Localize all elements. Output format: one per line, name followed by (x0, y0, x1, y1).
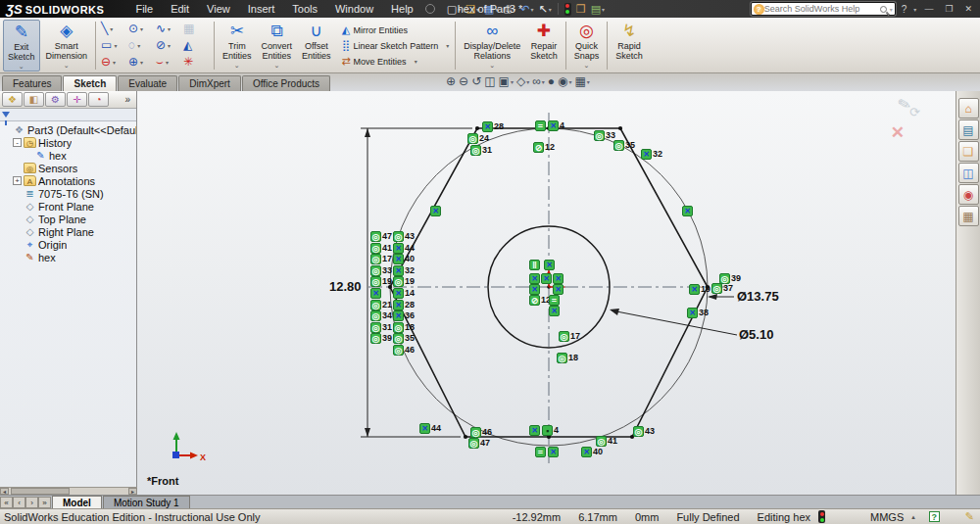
ellipse-dropdown-icon[interactable]: ▾ (168, 42, 171, 49)
zoom-to-area-button[interactable]: ⊖ (459, 74, 468, 88)
relation-marker[interactable]: ◎17 (559, 331, 580, 342)
filter-funnel-icon[interactable] (2, 112, 10, 118)
move-entities-button[interactable]: ⇄Move Entities▾ (339, 54, 450, 69)
confirm-arrow-icon[interactable]: ⟳ (909, 105, 920, 119)
search-box[interactable]: ? ▾ (751, 2, 896, 16)
sketch-edit-icon[interactable]: ✎ (965, 510, 974, 523)
relation-marker[interactable]: ◎46 (393, 345, 415, 356)
edit-appearance-button[interactable]: ● (548, 74, 555, 88)
relation-marker[interactable]: ✕36 (393, 310, 415, 321)
tab-motion-study-1[interactable]: Motion Study 1 (103, 496, 190, 508)
smart-dimension-button[interactable]: ◈SmartDimension⌄ (42, 20, 92, 71)
tree-expander-icon[interactable]: - (13, 138, 22, 147)
dimension-height-label[interactable]: 12.80 (329, 279, 362, 294)
tree-item-hex[interactable]: ✎hex (0, 251, 136, 263)
relation-marker[interactable]: = (535, 447, 546, 457)
trim-entities-dropdown-icon[interactable]: ⌄ (234, 62, 240, 69)
minimize-button[interactable]: — (920, 4, 937, 14)
graphics-area[interactable]: 12.80 Ø13.75 Ø5.10 (137, 91, 956, 495)
display-delete-relations-dropdown-icon[interactable]: ⌄ (489, 62, 495, 69)
spline-tool-button[interactable]: ∿▾ (156, 22, 181, 37)
relation-marker[interactable]: ◎17 (370, 254, 392, 264)
tree-item-part3-default-default-d[interactable]: ❖Part3 (Default<<Default>_D (0, 123, 136, 136)
rectangle-tool-button[interactable]: ▭▾ (101, 38, 126, 54)
section-view-button[interactable]: ◫ (484, 74, 495, 88)
edit-appearance-icon[interactable]: ❒ (574, 1, 588, 17)
relation-marker[interactable]: ✕ (553, 284, 564, 295)
relation-marker[interactable]: ✕ (430, 206, 441, 216)
relation-marker[interactable]: ✕ (529, 425, 540, 436)
hide-show-items-dropdown-icon[interactable]: ▾ (542, 78, 545, 85)
view-nav-icon-2[interactable]: › (25, 497, 38, 508)
tree-item-hex[interactable]: ✎hex (0, 149, 136, 162)
units-dropdown-icon[interactable]: ▴ (911, 513, 915, 521)
view-orientation-button[interactable]: ▣▾ (499, 74, 514, 88)
tree-expander-icon[interactable]: + (13, 176, 22, 185)
featuremanager-design-tree-tab[interactable]: ❖ (2, 92, 23, 107)
inner-diameter-leader[interactable] (610, 309, 737, 335)
tab-dimxpert[interactable]: DimXpert (178, 75, 241, 91)
tree-item-top-plane[interactable]: ◇Top Plane (0, 213, 136, 225)
relation-marker[interactable]: ◎35 (613, 140, 635, 151)
propertymanager-tab[interactable]: ◧ (24, 92, 44, 107)
open-document-dropdown-icon[interactable]: ▾ (476, 6, 479, 13)
relation-marker[interactable]: ◎47 (468, 438, 490, 449)
options-icon[interactable]: ▤▾ (589, 1, 607, 17)
cancel-sketch-icon[interactable]: ✕ (891, 122, 905, 143)
tree-item-7075-t6-sn-[interactable]: ≣7075-T6 (SN) (0, 187, 136, 200)
line-dropdown-icon[interactable]: ▾ (110, 25, 113, 32)
relation-marker[interactable]: ◎33 (370, 265, 392, 276)
display-style-dropdown-icon[interactable]: ▾ (526, 78, 529, 85)
solidworks-resources-tab[interactable]: ⌂ (958, 98, 979, 119)
relation-marker[interactable]: ✕32 (393, 265, 415, 276)
tree-item-right-plane[interactable]: ◇Right Plane (0, 225, 136, 238)
hide-show-items-button[interactable]: ∞▾ (532, 74, 545, 88)
linear-sketch-pattern-dropdown-icon[interactable]: ▾ (446, 42, 449, 49)
view-settings-button[interactable]: ▦▾ (574, 74, 589, 88)
print-document-dropdown-icon[interactable]: ▾ (513, 6, 515, 13)
snap-point-tool-button[interactable]: ✳ (183, 55, 209, 71)
search-icon[interactable] (880, 6, 887, 13)
convert-entities-button[interactable]: ⧉ConvertEntities⌄ (258, 20, 297, 71)
search-results-tab[interactable]: ◫ (958, 163, 979, 183)
zoom-to-fit-button[interactable]: ⊕ (446, 74, 456, 88)
polygon-tool-button[interactable]: ◭ (183, 38, 209, 54)
menu-file[interactable]: File (127, 2, 161, 16)
undo-dropdown-icon[interactable]: ▾ (531, 6, 534, 13)
exit-sketch-dropdown-icon[interactable]: ⌄ (19, 63, 24, 70)
relation-marker[interactable]: ✕40 (581, 447, 603, 457)
tree-item-annotations[interactable]: +AAnnotations (0, 174, 136, 187)
unit-system-label[interactable]: MMGS (870, 511, 904, 523)
menu-edit[interactable]: Edit (163, 2, 197, 16)
rapid-sketch-button[interactable]: ↯RapidSketch (612, 20, 647, 71)
outer-diameter-leader[interactable] (708, 294, 734, 300)
tree-filter-row[interactable] (0, 109, 136, 121)
rectangle-dropdown-icon[interactable]: ▾ (114, 42, 117, 49)
save-document-dropdown-icon[interactable]: ▾ (495, 6, 498, 13)
relation-marker[interactable]: ✕ (529, 284, 540, 295)
display-style-button[interactable]: ◇▾ (516, 74, 529, 88)
relation-marker[interactable]: ✕ (541, 273, 552, 284)
new-document-dropdown-icon[interactable]: ▾ (458, 6, 461, 13)
repair-sketch-button[interactable]: ✚RepairSketch (526, 20, 562, 71)
view-settings-dropdown-icon[interactable]: ▾ (587, 78, 590, 85)
panel-horizontal-scrollbar[interactable]: ◂ ▸ (0, 487, 137, 495)
slot-tool-button[interactable]: ⊖▾ (101, 55, 126, 71)
slot-dropdown-icon[interactable]: ▾ (113, 59, 116, 66)
point-dropdown-icon[interactable]: ▾ (140, 59, 143, 66)
relation-marker[interactable]: ✕44 (393, 243, 415, 254)
relation-marker[interactable]: ◎24 (467, 133, 489, 144)
tab-sketch[interactable]: Sketch (63, 75, 117, 91)
relation-marker[interactable]: ◎41 (370, 243, 392, 254)
tree-item-sensors[interactable]: ◎Sensors (0, 162, 136, 174)
file-explorer-tab[interactable]: ❏ (958, 141, 979, 162)
help-dropdown-icon[interactable]: ▾ (913, 6, 916, 13)
relation-marker[interactable]: ✕28 (482, 121, 504, 132)
relation-marker[interactable]: ✕ (682, 206, 693, 216)
relation-marker[interactable]: ◎34 (370, 310, 392, 321)
search-dropdown-icon[interactable]: ▾ (890, 6, 893, 13)
arc-dropdown-icon[interactable]: ▾ (137, 42, 140, 49)
circle-tool-button[interactable]: ⊙▾ (128, 22, 154, 37)
relation-marker[interactable]: ✕44 (419, 423, 441, 434)
relation-marker[interactable]: ✕19 (689, 284, 710, 295)
